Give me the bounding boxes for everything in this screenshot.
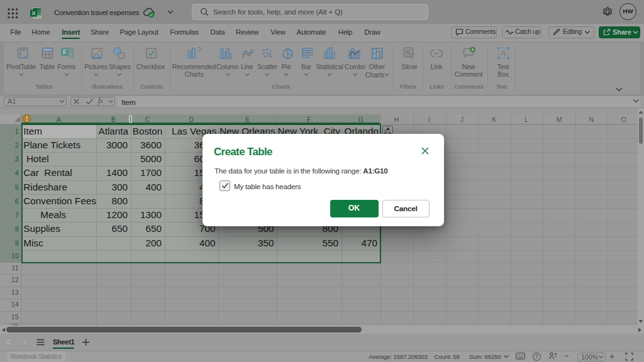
svg-text:?: ? xyxy=(198,47,202,53)
svg-text:C: C xyxy=(70,48,73,52)
svg-text:D: D xyxy=(70,53,73,57)
svg-text:X: X xyxy=(31,9,36,16)
svg-text:F: F xyxy=(63,49,67,56)
svg-text:A: A xyxy=(501,49,506,58)
